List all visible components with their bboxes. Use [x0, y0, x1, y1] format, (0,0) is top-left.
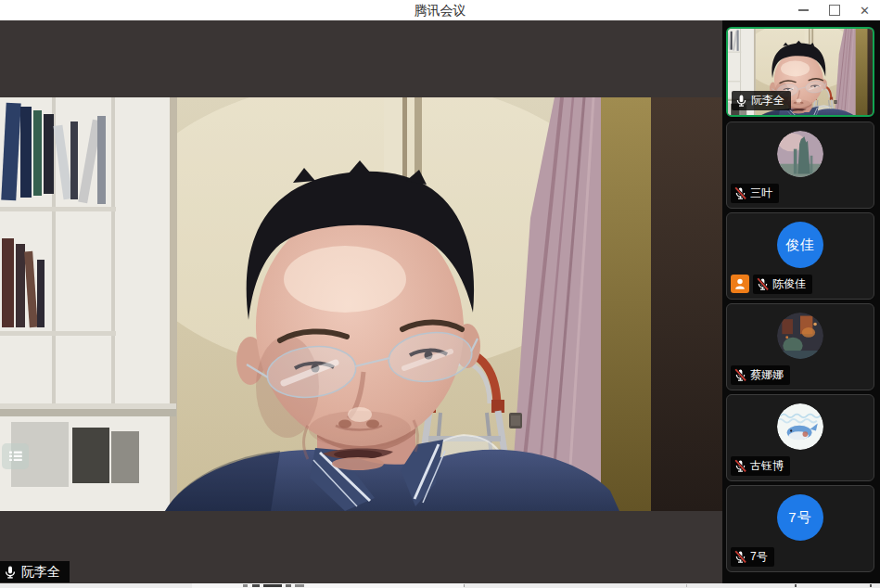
minimize-icon	[798, 9, 809, 11]
participant-name: 蔡娜娜	[750, 367, 784, 383]
participant-tile-self[interactable]: 阮李全	[726, 27, 874, 117]
close-button[interactable]: ✕	[849, 0, 880, 20]
participant-label: 陈俊佳	[731, 275, 812, 294]
participant-tile[interactable]: 俊佳 陈俊佳	[726, 212, 874, 300]
participant-name: 7号	[750, 549, 768, 565]
mic-muted-icon	[733, 186, 747, 200]
participant-label: 三叶	[731, 184, 779, 203]
participant-name: 陈俊佳	[772, 276, 806, 292]
mic-muted-icon	[733, 459, 747, 473]
mic-muted-icon	[733, 550, 747, 564]
participant-tile[interactable]: 古钰博	[726, 394, 874, 481]
participant-label-pill: 陈俊佳	[753, 275, 812, 294]
participant-tile[interactable]: 7号 7号	[726, 485, 874, 572]
mic-on-icon	[3, 565, 18, 580]
participant-name: 古钰博	[750, 458, 784, 474]
participant-label: 7号	[731, 547, 774, 567]
participant-label: 蔡娜娜	[731, 365, 790, 385]
participant-label: 古钰博	[731, 456, 790, 476]
title-bar: 腾讯会议 ✕	[0, 0, 880, 20]
main-stage: 阮李全	[0, 20, 722, 583]
window-title: 腾讯会议	[0, 0, 880, 20]
maximize-button[interactable]	[819, 0, 849, 20]
artwork-avatar	[777, 313, 823, 359]
initials-avatar: 俊佳	[777, 222, 823, 268]
active-speaker-name: 阮李全	[21, 564, 60, 581]
mic-on-icon	[734, 94, 748, 108]
mic-muted-icon	[756, 277, 770, 291]
whale-cartoon-avatar	[777, 403, 823, 450]
background-window-edge	[0, 583, 880, 588]
window-controls: ✕	[788, 0, 880, 20]
list-icon	[8, 450, 23, 463]
participant-label: 阮李全	[732, 91, 791, 110]
tencent-meeting-window: 腾讯会议 ✕ 阮李全	[0, 0, 880, 588]
participant-list-toggle-button[interactable]	[2, 443, 29, 469]
participant-name: 三叶	[750, 185, 772, 201]
participant-tile[interactable]: 蔡娜娜	[726, 303, 874, 390]
monet-painting-avatar	[777, 131, 823, 177]
main-video-feed	[0, 97, 722, 511]
participants-sidebar: 阮李全 三叶	[722, 20, 880, 583]
active-speaker-label: 阮李全	[0, 561, 70, 582]
participant-tile[interactable]: 三叶	[726, 121, 874, 209]
mic-muted-icon	[733, 368, 747, 382]
host-badge-icon	[731, 275, 749, 293]
minimize-button[interactable]	[788, 0, 819, 20]
participant-name: 阮李全	[751, 93, 784, 109]
maximize-icon	[829, 5, 840, 16]
initials-avatar: 7号	[777, 494, 823, 541]
